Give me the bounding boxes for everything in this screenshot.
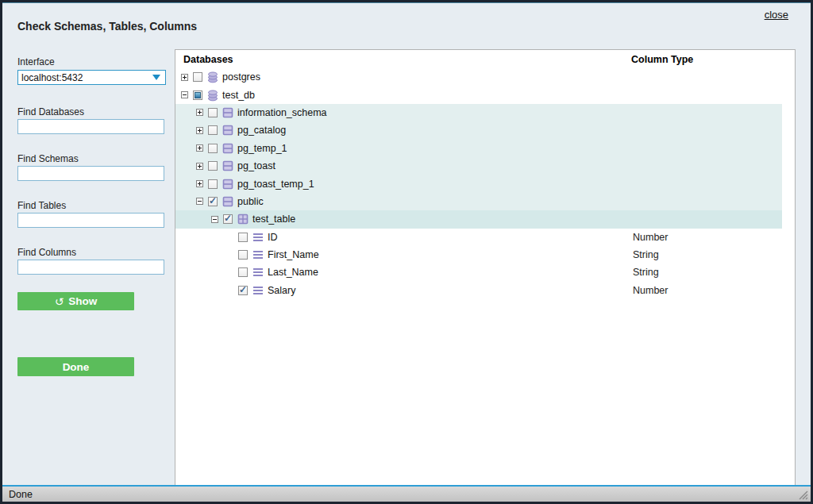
- node-label-ID[interactable]: ID: [268, 232, 278, 243]
- tree-row-test_db: test_db: [175, 86, 782, 103]
- schema-icon: [222, 196, 233, 207]
- chevron-down-icon: [152, 75, 160, 80]
- node-label-information_schema[interactable]: information_schema: [237, 107, 327, 118]
- checkbox-First_Name[interactable]: [238, 250, 248, 260]
- checkbox-ID[interactable]: [238, 233, 248, 242]
- check-icon: ✓: [239, 284, 247, 295]
- tree-row-ID: IDNumber: [175, 229, 782, 246]
- column-type-value: String: [633, 267, 659, 278]
- find-schemas-label: Find Schemas: [17, 153, 79, 164]
- tree-row-information_schema: information_schema: [175, 104, 782, 121]
- checkbox-pg_catalog[interactable]: [208, 125, 218, 135]
- tree-row-First_Name: First_NameString: [175, 246, 782, 264]
- expand-icon[interactable]: [196, 144, 203, 152]
- check-icon: ✓: [224, 213, 232, 224]
- interface-select-value: localhost:5432: [18, 72, 152, 83]
- node-label-Last_Name[interactable]: Last_Name: [268, 267, 318, 278]
- checkbox-public[interactable]: ✓: [208, 197, 218, 206]
- refresh-icon: ↺: [55, 296, 64, 307]
- column-icon: [252, 285, 264, 296]
- node-label-pg_catalog[interactable]: pg_catalog: [237, 125, 286, 136]
- tree-row-pg_toast: pg_toast: [175, 157, 782, 175]
- checkbox-pg_toast[interactable]: [208, 161, 218, 171]
- column-icon: [252, 232, 264, 243]
- collapse-icon[interactable]: [211, 216, 218, 223]
- find-schemas-input[interactable]: [17, 166, 164, 181]
- node-label-test_db[interactable]: test_db: [222, 90, 255, 101]
- column-type-header: Column Type: [631, 54, 693, 65]
- column-type-value: Number: [633, 285, 668, 296]
- tree-row-Last_Name: Last_NameString: [175, 264, 782, 281]
- status-bar: Done: [2, 485, 811, 502]
- tree-row-test_table: ✓ test_table: [175, 210, 782, 228]
- column-icon: [252, 267, 264, 278]
- resize-grip-icon[interactable]: [797, 489, 808, 500]
- schema-icon: [222, 160, 233, 171]
- find-tables-input[interactable]: [17, 213, 164, 228]
- checkbox-test_table[interactable]: ✓: [223, 214, 233, 224]
- find-databases-label: Find Databases: [17, 106, 84, 117]
- schema-icon: [222, 125, 233, 136]
- top-accent-line: [2, 2, 811, 3]
- show-button-label: Show: [68, 295, 97, 307]
- interface-select[interactable]: localhost:5432: [17, 70, 166, 85]
- checkbox-Salary[interactable]: ✓: [238, 286, 248, 295]
- done-button[interactable]: Done: [17, 357, 134, 376]
- tree-rows: postgres test_db information_schema pg_c…: [175, 68, 795, 299]
- tree-row-pg_temp_1: pg_temp_1: [175, 140, 782, 157]
- find-tables-label: Find Tables: [17, 200, 66, 211]
- tree-row-pg_catalog: pg_catalog: [175, 121, 782, 139]
- database-icon: [207, 71, 218, 83]
- table-icon: [237, 214, 249, 225]
- tree-row-postgres: postgres: [175, 68, 782, 86]
- status-text: Done: [9, 489, 33, 500]
- schema-icon: [222, 143, 233, 154]
- column-icon: [252, 249, 264, 260]
- interface-label: Interface: [17, 56, 55, 67]
- find-databases-input[interactable]: [17, 119, 164, 134]
- node-label-First_Name[interactable]: First_Name: [268, 249, 319, 260]
- close-link[interactable]: close: [765, 9, 788, 21]
- databases-header: Databases: [183, 54, 233, 65]
- done-button-label: Done: [63, 361, 90, 373]
- schema-tree-panel: Databases Column Type postgres test_db i…: [175, 49, 796, 486]
- checkbox-test_db[interactable]: [193, 90, 202, 100]
- expand-icon[interactable]: [196, 163, 203, 170]
- collapse-icon[interactable]: [196, 198, 203, 205]
- expand-icon[interactable]: [196, 109, 203, 116]
- partial-check-icon: [195, 92, 201, 98]
- node-label-pg_toast[interactable]: pg_toast: [237, 160, 275, 171]
- check-icon: ✓: [209, 195, 217, 206]
- node-label-pg_toast_temp_1[interactable]: pg_toast_temp_1: [237, 179, 314, 190]
- column-type-value: Number: [633, 232, 668, 243]
- tree-row-Salary: ✓ SalaryNumber: [175, 282, 782, 299]
- column-type-value: String: [633, 249, 659, 260]
- tree-row-public: ✓ public: [175, 193, 782, 210]
- expand-icon[interactable]: [181, 74, 188, 81]
- collapse-icon[interactable]: [181, 91, 188, 98]
- node-label-Salary[interactable]: Salary: [268, 285, 295, 296]
- check-schemas-dialog: Check Schemas, Tables, Columns close Int…: [0, 0, 813, 504]
- dialog-title: Check Schemas, Tables, Columns: [17, 20, 197, 33]
- database-icon: [207, 90, 218, 101]
- checkbox-Last_Name[interactable]: [238, 267, 248, 277]
- find-columns-label: Find Columns: [17, 247, 76, 258]
- checkbox-information_schema[interactable]: [208, 108, 218, 117]
- checkbox-postgres[interactable]: [193, 72, 202, 82]
- checkbox-pg_temp_1[interactable]: [208, 144, 218, 153]
- expand-icon[interactable]: [196, 127, 203, 134]
- schema-icon: [222, 179, 233, 190]
- node-label-public[interactable]: public: [237, 196, 264, 207]
- show-button[interactable]: ↺ Show: [17, 292, 134, 310]
- node-label-pg_temp_1[interactable]: pg_temp_1: [237, 143, 287, 154]
- find-columns-input[interactable]: [17, 260, 164, 275]
- schema-icon: [222, 107, 233, 118]
- tree-row-pg_toast_temp_1: pg_toast_temp_1: [175, 175, 782, 192]
- node-label-test_table[interactable]: test_table: [252, 214, 295, 225]
- expand-icon[interactable]: [196, 180, 203, 187]
- checkbox-pg_toast_temp_1[interactable]: [208, 179, 218, 189]
- node-label-postgres[interactable]: postgres: [222, 71, 260, 83]
